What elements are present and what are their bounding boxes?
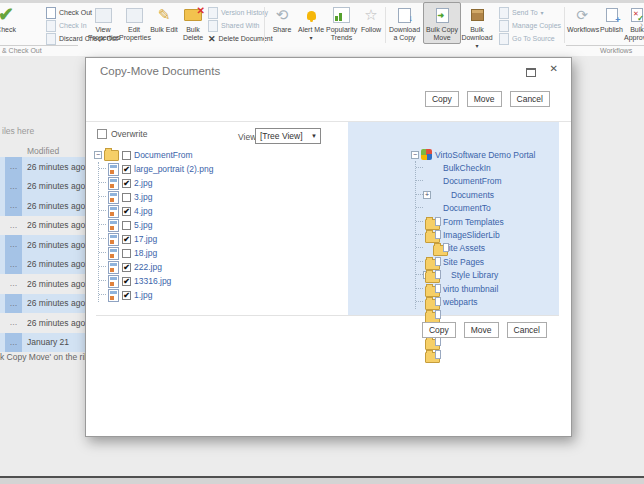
copy-button-top[interactable]: Copy — [425, 91, 459, 107]
file-list-row[interactable]: …26 minutes ago — [0, 255, 86, 275]
file-name[interactable]: 5.jpg — [134, 220, 152, 230]
version-history-button[interactable]: Version History — [208, 6, 273, 19]
file-list-row[interactable]: …January 21 — [0, 333, 86, 353]
bulk-download-button[interactable]: Bulk Download ▾ — [459, 5, 495, 50]
share-button[interactable]: ⟲ Share — [268, 5, 296, 34]
file-list-row[interactable]: …26 minutes ago — [0, 216, 86, 236]
tree-item-file[interactable]: 5.jpg — [99, 218, 213, 232]
tree-item-file[interactable]: ✔17.jpg — [99, 232, 213, 246]
row-menu-ellipsis[interactable]: … — [5, 235, 22, 255]
row-menu-ellipsis[interactable]: … — [5, 216, 22, 236]
file-name[interactable]: 2.jpg — [134, 178, 152, 188]
tree-item-library[interactable]: BulkCheckIn — [416, 161, 535, 174]
go-to-source-button[interactable]: Go To Source — [499, 32, 561, 45]
file-name[interactable]: 17.jpg — [134, 234, 157, 244]
send-to-button[interactable]: Send To ▾ — [499, 6, 561, 19]
delete-document-button[interactable]: ✕ Delete Document — [208, 32, 273, 45]
follow-button[interactable]: ☆ Follow — [358, 5, 384, 34]
file-checkbox[interactable] — [122, 249, 131, 258]
move-button-bottom[interactable]: Move — [464, 322, 499, 338]
collapse-icon[interactable]: − — [411, 151, 419, 159]
bulk-copy-move-button[interactable]: Bulk Copy Move — [423, 2, 461, 44]
tree-item-library[interactable]: +Documents — [416, 188, 535, 201]
tree-item-library[interactable]: DocumentFrom — [416, 175, 535, 188]
ribbon-overflow-chevron[interactable]: › — [640, 20, 643, 30]
manage-copies-button[interactable]: Manage Copies — [499, 19, 561, 32]
file-name[interactable]: 222.jpg — [134, 262, 162, 272]
row-menu-ellipsis[interactable]: … — [5, 177, 22, 197]
source-root-folder[interactable]: −DocumentFrom — [94, 148, 213, 162]
file-checkbox[interactable]: ✔ — [122, 235, 131, 244]
tree-item-file[interactable]: ✔2.jpg — [99, 176, 213, 190]
row-menu-ellipsis[interactable]: … — [5, 255, 22, 275]
modified-column-header[interactable]: Modified — [27, 146, 59, 156]
file-checkbox[interactable]: ✔ — [122, 165, 131, 174]
alert-me-button[interactable]: Alert Me ▾ — [297, 5, 325, 42]
tree-item-file[interactable]: ✔13316.jpg — [99, 274, 213, 288]
file-checkbox[interactable]: ✔ — [122, 263, 131, 272]
tree-item-file[interactable]: ✔4.jpg — [99, 204, 213, 218]
download-a-copy-button[interactable]: Download a Copy — [387, 5, 422, 42]
library-name[interactable]: virto thumbnail — [443, 284, 498, 294]
site-name[interactable]: VirtoSoftware Demo Portal — [435, 150, 535, 160]
library-name[interactable]: Documents — [451, 190, 494, 200]
file-checkbox[interactable] — [122, 193, 131, 202]
file-checkbox[interactable]: ✔ — [122, 291, 131, 300]
file-list-row[interactable]: …26 minutes ago — [0, 274, 86, 294]
maximize-icon[interactable] — [526, 68, 536, 77]
move-button-top[interactable]: Move — [467, 91, 502, 107]
file-checkbox[interactable]: ✔ — [122, 207, 131, 216]
tree-item-file[interactable]: 18.jpg — [99, 246, 213, 260]
library-name[interactable]: BulkCheckIn — [443, 163, 491, 173]
overwrite-option[interactable]: Overwrite — [97, 129, 147, 139]
tree-item-file[interactable]: ✔222.jpg — [99, 260, 213, 274]
library-name[interactable]: webparts — [443, 297, 478, 307]
row-menu-ellipsis[interactable]: … — [5, 274, 22, 294]
file-list-row[interactable]: …26 minutes ago — [0, 196, 86, 216]
bulk-edit-button[interactable]: ✎ Bulk Edit — [150, 5, 178, 34]
workflows-button[interactable]: ⟳ Workflows — [567, 5, 597, 34]
row-menu-ellipsis[interactable]: … — [5, 313, 22, 333]
cancel-button-top[interactable]: Cancel — [510, 91, 550, 107]
tree-item-file[interactable]: ✔1.jpg — [99, 288, 213, 302]
tree-item-library[interactable]: DocumentTo — [416, 202, 535, 215]
file-name[interactable]: 13316.jpg — [134, 276, 171, 286]
file-list-row[interactable]: …26 minutes ago — [0, 294, 86, 314]
file-name[interactable]: 18.jpg — [134, 248, 157, 258]
close-icon[interactable]: ✕ — [550, 63, 558, 74]
file-name[interactable]: 4.jpg — [134, 206, 152, 216]
file-name[interactable]: 1.jpg — [134, 290, 152, 300]
file-checkbox[interactable]: ✔ — [122, 179, 131, 188]
folder-name[interactable]: DocumentFrom — [134, 150, 193, 160]
row-menu-ellipsis[interactable]: … — [5, 333, 22, 353]
folder-checkbox[interactable] — [122, 151, 131, 160]
file-list-row[interactable]: …26 minutes ago — [0, 177, 86, 197]
publish-button[interactable]: Publish — [599, 5, 624, 34]
bulk-delete-button[interactable]: Bulk Delete — [179, 5, 207, 42]
target-root-site[interactable]: −VirtoSoftware Demo Portal — [411, 148, 535, 161]
library-name[interactable]: Form Templates — [443, 217, 504, 227]
edit-properties-button[interactable]: Edit Properties — [119, 5, 149, 42]
file-list-row[interactable]: …26 minutes ago — [0, 313, 86, 333]
overwrite-checkbox[interactable] — [97, 129, 107, 139]
copy-button-bottom[interactable]: Copy — [422, 322, 456, 338]
row-menu-ellipsis[interactable]: … — [5, 294, 22, 314]
tree-item-file[interactable]: 3.jpg — [99, 190, 213, 204]
check-button[interactable]: ✔ Check — [0, 5, 26, 34]
view-properties-button[interactable]: View Properties — [88, 5, 118, 42]
collapse-icon[interactable]: − — [94, 151, 102, 159]
file-checkbox[interactable]: ✔ — [122, 277, 131, 286]
file-name[interactable]: large_portrait (2).png — [134, 164, 213, 174]
library-name[interactable]: DocumentFrom — [443, 176, 502, 186]
file-name[interactable]: 3.jpg — [134, 192, 152, 202]
popularity-trends-button[interactable]: Popularity Trends — [326, 5, 357, 42]
file-checkbox[interactable] — [122, 221, 131, 230]
tree-item-file[interactable]: ✔large_portrait (2).png — [99, 162, 213, 176]
cancel-button-bottom[interactable]: Cancel — [507, 322, 547, 338]
shared-with-button[interactable]: Shared With — [208, 19, 273, 32]
view-dropdown[interactable]: [Tree View] ▼ — [255, 128, 321, 144]
row-menu-ellipsis[interactable]: … — [5, 196, 22, 216]
file-list-row[interactable]: …26 minutes ago — [0, 235, 86, 255]
library-name[interactable]: ImageSliderLib — [443, 230, 500, 240]
expand-icon[interactable]: + — [423, 191, 431, 199]
